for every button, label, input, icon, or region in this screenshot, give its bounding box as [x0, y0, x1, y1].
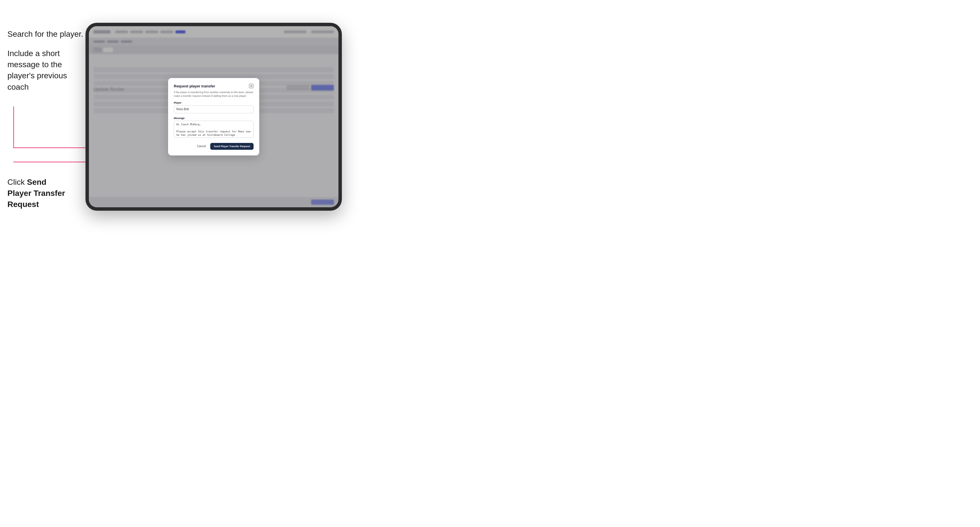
request-transfer-modal: Request player transfer × If the player … — [168, 78, 259, 155]
message-textarea[interactable]: Hi Coach McHarg, Please accept this tran… — [174, 121, 253, 138]
player-search-input[interactable] — [174, 105, 253, 113]
modal-header: Request player transfer × — [174, 84, 253, 88]
annotation-message: Include a short message to the player's … — [7, 48, 81, 92]
tablet-screen: Update Roster — [89, 26, 339, 207]
modal-description: If the player is transferring from anoth… — [174, 90, 253, 98]
modal-footer: Cancel Send Player Transfer Request — [174, 143, 253, 150]
modal-title: Request player transfer — [174, 84, 215, 88]
modal-close-button[interactable]: × — [249, 84, 253, 88]
modal-overlay: Request player transfer × If the player … — [89, 26, 339, 207]
annotation-click: Click Send Player Transfer Request — [7, 176, 70, 210]
tablet-device: Update Roster — [86, 23, 342, 211]
send-transfer-request-button[interactable]: Send Player Transfer Request — [210, 143, 253, 150]
cancel-button[interactable]: Cancel — [194, 143, 208, 149]
player-field-label: Player — [174, 102, 253, 104]
message-field-label: Message — [174, 117, 253, 119]
annotation-search: Search for the player. — [7, 29, 83, 40]
arrow-line-1 — [13, 106, 14, 148]
